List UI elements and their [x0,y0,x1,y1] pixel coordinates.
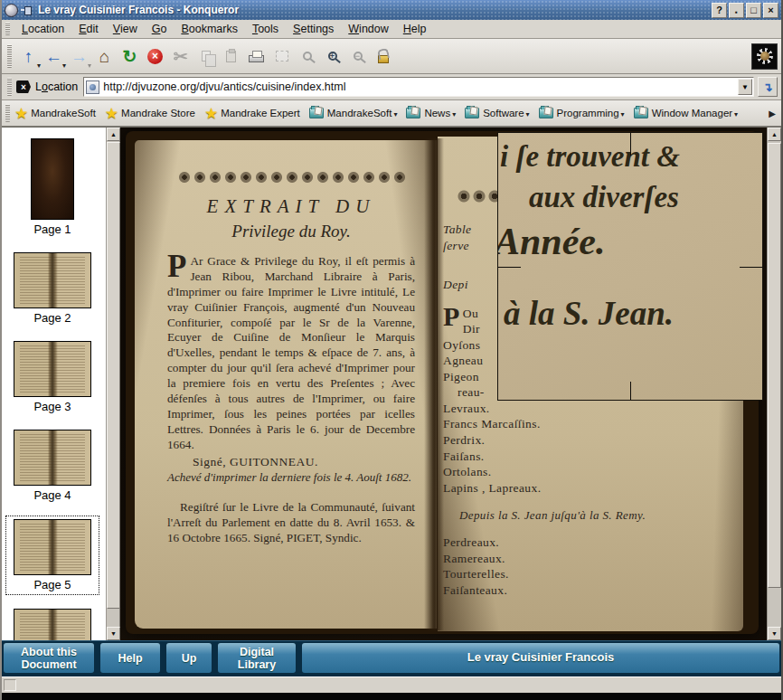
page-6-thumbnail-image[interactable] [14,609,91,640]
digital-library-button[interactable]: Digital Library [218,643,296,673]
go-button[interactable]: ↴ [758,77,778,97]
thumbnail-page-1[interactable]: Page 1 [24,136,81,239]
folder-icon [634,108,648,118]
help-button[interactable]: Help [100,643,160,673]
location-label-pre: L [35,80,42,93]
up-dropdown-caret[interactable]: ▾ [37,61,41,70]
scroll-down-arrow[interactable] [768,627,781,640]
book-binding-shadow [424,138,444,630]
menu-location[interactable]: Location [14,21,71,37]
scrollbar-thumb[interactable] [107,142,120,609]
toolbar-grip[interactable] [7,78,12,96]
page-subheading: Privilege du Roy. [167,222,415,241]
clear-location-icon[interactable]: × [16,80,31,93]
menu-window[interactable]: Window [341,21,395,37]
reload-button[interactable]: ↻ [118,43,142,69]
maximize-button[interactable]: □ [746,3,761,18]
zoom-in-button[interactable]: + [320,43,344,69]
menu-view[interactable]: View [106,21,145,37]
bookmark-overflow-arrow[interactable]: ▶ [765,109,779,118]
menu-settings[interactable]: Settings [286,21,341,37]
minimize-button[interactable]: ▪ [729,3,744,18]
bookmark-folder-window-manager[interactable]: Window Manager▾ [634,108,739,118]
toolbar-grip[interactable] [5,23,10,35]
forward-dropdown-caret: ▾ [88,61,91,70]
toolbar-grip[interactable] [7,44,12,69]
djvu-viewer-canvas[interactable]: EXTRAIT DU Privilege du Roy. PAr Grace &… [120,128,781,640]
menu-edit[interactable]: Edit [71,21,106,37]
magnified-text-line: i ſe trouvent & [500,140,762,174]
ornament-band [177,169,405,186]
paste-icon [226,51,236,62]
minimize-icon: ▪ [735,9,738,16]
bookmark-label: Software [483,108,524,118]
thumbnail-page-2[interactable]: Page 2 [6,250,99,327]
viewer-scrollbar[interactable] [767,128,781,640]
security-button[interactable] [371,43,395,69]
line-text: Ou [463,307,478,320]
thumbnail-page-3[interactable]: Page 3 [6,338,99,416]
chevron-down-icon: ▾ [621,110,625,118]
scroll-up-arrow[interactable] [107,128,120,141]
url-input[interactable] [103,80,738,93]
sidebar-scrollbar[interactable] [106,128,119,640]
bookmark-folder-news[interactable]: News▾ [406,108,456,118]
close-button[interactable]: × [763,3,778,18]
up-nav-button[interactable]: Up [166,643,212,673]
scroll-up-arrow[interactable] [768,128,781,141]
up-button[interactable]: ↑▾ [16,43,41,69]
nav-separator [94,643,100,673]
chevron-down-icon: ▾ [393,110,397,118]
dropcap-letter: P [167,254,190,279]
star-icon [105,106,118,121]
bookmark-label: MandrakeSoft [327,108,392,118]
crosshair-tick-right [740,267,762,268]
bottom-navigation-bar: About this Document Help Up Digital Libr… [2,640,781,676]
bookmark-label: Window Manager [652,108,732,118]
scroll-down-arrow[interactable] [107,627,120,640]
page-1-thumbnail-image[interactable] [31,138,74,220]
bookmark-folder-mandrakesoft[interactable]: MandrakeSoft▾ [309,108,398,118]
back-dropdown-caret[interactable]: ▾ [62,61,66,70]
print-button[interactable] [244,43,269,69]
konqueror-app-icon [5,4,18,17]
konqueror-window: Le vray Cuisinier Francois - Konqueror ?… [0,0,783,700]
bookmark-mandrake-expert[interactable]: Mandrake Expert [204,106,300,121]
bookmark-folder-programming[interactable]: Programming▾ [539,108,625,118]
konqueror-gear-logo[interactable] [751,43,778,70]
ornament-band-small [457,187,498,207]
page-5-thumbnail-image[interactable] [14,519,91,575]
toolbar-grip[interactable] [5,104,10,122]
menu-help[interactable]: Help [396,21,434,37]
bookmark-folder-software[interactable]: Software▾ [465,108,529,118]
bookmark-mandrakesoft[interactable]: MandrakeSoft [14,106,96,121]
stop-button[interactable]: × [143,43,167,69]
thumbnail-label: Page 5 [33,578,71,591]
page-3-thumbnail-image[interactable] [14,341,91,397]
gear-icon [757,48,773,64]
thumbnail-page-6[interactable]: Page 6 [6,606,99,640]
pin-icon[interactable] [21,6,32,14]
window-help-button[interactable]: ? [712,3,727,18]
back-button[interactable]: ←▾ [42,43,66,69]
bookmark-label: Mandrake Expert [221,108,300,118]
url-dropdown-button[interactable]: ▼ [738,79,752,95]
thumbnail-page-4[interactable]: Page 4 [6,427,99,505]
thumbnail-label: Page 2 [33,311,71,325]
stop-icon: × [147,49,163,64]
page-4-thumbnail-image[interactable] [14,430,91,486]
menu-go[interactable]: Go [145,21,175,37]
title-bar[interactable]: Le vray Cuisinier Francois - Konqueror ?… [2,0,781,20]
page-2-thumbnail-image[interactable] [14,252,91,308]
bookmark-mandrake-store[interactable]: Mandrake Store [105,106,195,121]
scrollbar-thumb[interactable] [768,143,781,588]
about-this-document-button[interactable]: About this Document [4,643,94,673]
menu-bookmarks[interactable]: Bookmarks [174,21,245,37]
home-button[interactable]: ⌂ [92,43,117,69]
magnifier-lens-overlay[interactable]: i ſe trouvent & aux diverſes Année. à la… [497,132,763,401]
crosshair-tick-bottom [630,382,631,400]
game-list-item: Tourterelles. [443,566,714,582]
thumbnail-page-5-selected[interactable]: Page 5 [5,516,99,595]
star-icon [14,106,28,121]
menu-tools[interactable]: Tools [245,21,286,37]
